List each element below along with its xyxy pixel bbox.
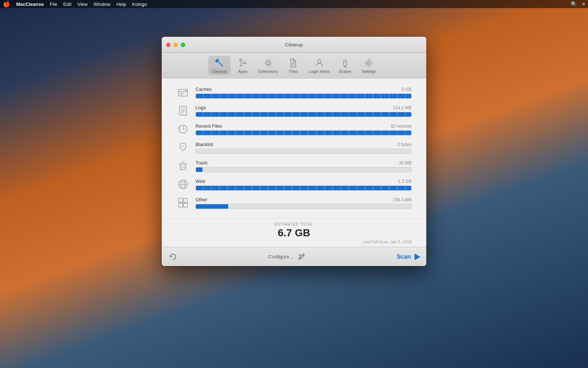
scan-item-logs: Logs 114.2 MB: [176, 104, 412, 117]
recent-files-icon: [176, 123, 190, 136]
menubar-window[interactable]: Window: [93, 1, 110, 7]
extensions-icon: [263, 57, 274, 68]
menubar-right: 🔍 ≡: [571, 1, 585, 7]
close-button[interactable]: [166, 43, 171, 47]
svg-rect-8: [179, 89, 187, 96]
svg-point-11: [185, 90, 186, 91]
window-title: Cleanup: [285, 42, 303, 47]
logs-header: Logs 114.2 MB: [196, 105, 412, 110]
web-progress: [196, 185, 412, 191]
recent-files-header: Recent Files 82 records: [196, 123, 412, 129]
tab-settings[interactable]: Settings: [358, 56, 380, 75]
eraser-icon: [340, 57, 351, 68]
svg-rect-9: [179, 89, 187, 92]
search-icon[interactable]: 🔍: [571, 1, 577, 7]
scan-item-trash: Trash 39 MB: [176, 159, 412, 173]
trash-name: Trash: [196, 160, 208, 166]
svg-point-7: [368, 62, 370, 64]
caches-header: Caches 5 GB: [196, 86, 412, 92]
files-label: Files: [289, 69, 298, 74]
web-size: 1.3 GB: [398, 179, 412, 184]
last-scan: Last Full Scan: Jan 5, 2016: [176, 240, 412, 244]
logs-icon: [176, 104, 190, 117]
svg-point-6: [345, 61, 346, 63]
menubar-view[interactable]: View: [78, 1, 88, 7]
blacklist-details: Blacklist 0 bytes: [196, 142, 412, 154]
menubar-maccleanse[interactable]: MacCleanse: [16, 1, 44, 7]
tab-files[interactable]: Files: [282, 56, 304, 75]
blacklist-name: Blacklist: [196, 142, 213, 147]
caches-name: Caches: [196, 86, 212, 92]
scan-item-blacklist: Blacklist 0 bytes: [176, 141, 412, 154]
login-items-label: Login Items: [309, 69, 330, 74]
svg-point-2: [266, 61, 270, 65]
logs-details: Logs 114.2 MB: [196, 105, 412, 117]
scan-item-other: Other 156.3 MB: [176, 196, 412, 209]
apps-icon: [237, 57, 248, 68]
other-details: Other 156.3 MB: [196, 197, 412, 209]
trash-icon: [176, 159, 190, 173]
bottom-left: [168, 251, 179, 262]
apps-label: Apps: [238, 69, 247, 74]
scan-item-web: Web 1.3 GB: [176, 178, 412, 191]
settings-label: Settings: [361, 69, 376, 74]
login-items-icon: [314, 57, 325, 68]
svg-rect-32: [183, 198, 187, 202]
svg-point-0: [240, 59, 242, 61]
apple-menu[interactable]: 🍎: [3, 1, 10, 8]
cleanup-label: Cleanup: [212, 69, 227, 74]
recent-files-details: Recent Files 82 records: [196, 123, 412, 135]
recent-files-name: Recent Files: [196, 123, 222, 129]
total-value: 6.7 GB: [176, 227, 412, 239]
svg-point-5: [318, 60, 321, 63]
recent-files-size: 82 records: [391, 124, 412, 129]
app-window: Cleanup Cleanup Apps: [162, 37, 426, 266]
tab-apps[interactable]: Apps: [232, 56, 254, 75]
trash-size: 39 MB: [399, 160, 412, 166]
list-icon[interactable]: ≡: [582, 1, 585, 7]
scan-button[interactable]: Scan: [397, 254, 411, 260]
reset-button[interactable]: [168, 251, 179, 262]
other-name: Other: [196, 197, 208, 202]
bottom-right: Scan: [397, 254, 420, 260]
trash-details: Trash 39 MB: [196, 160, 412, 172]
bottom-center: Configure...: [179, 251, 397, 262]
menubar-help[interactable]: Help: [116, 1, 126, 7]
configure-button[interactable]: Configure...: [268, 254, 293, 259]
svg-rect-14: [179, 106, 187, 115]
trash-progress: [196, 167, 412, 172]
tab-cleanup[interactable]: Cleanup: [208, 56, 230, 75]
svg-rect-31: [179, 198, 183, 202]
web-details: Web 1.3 GB: [196, 178, 412, 191]
scan-content: Caches 5 GB Logs: [162, 78, 426, 218]
total-section: ESTIMATED TOTAL 6.7 GB Last Full Scan: J…: [162, 218, 426, 247]
tab-extensions[interactable]: Extensions: [255, 56, 281, 75]
trash-header: Trash 39 MB: [196, 160, 412, 166]
scan-item-recent-files: Recent Files 82 records: [176, 123, 412, 136]
other-size: 156.3 MB: [393, 197, 412, 202]
tab-eraser[interactable]: Eraser: [334, 56, 356, 75]
titlebar: Cleanup: [162, 37, 426, 53]
caches-details: Caches 5 GB: [196, 86, 412, 99]
svg-rect-33: [179, 203, 183, 207]
minimize-button[interactable]: [173, 43, 178, 47]
blacklist-progress: [196, 149, 412, 154]
scan-item-caches: Caches 5 GB: [176, 86, 412, 99]
other-header: Other 156.3 MB: [196, 197, 412, 202]
other-icon: [176, 196, 190, 209]
logs-name: Logs: [196, 105, 206, 110]
tools-icon[interactable]: [296, 251, 307, 262]
play-button[interactable]: [414, 254, 420, 260]
caches-progress: [196, 93, 412, 99]
files-icon: [288, 57, 299, 68]
menubar-edit[interactable]: Edit: [63, 1, 71, 7]
menubar-file[interactable]: File: [50, 1, 57, 7]
logs-size: 114.2 MB: [393, 105, 412, 110]
svg-rect-34: [183, 203, 187, 207]
estimated-label: ESTIMATED TOTAL: [176, 222, 412, 226]
tab-login-items[interactable]: Login Items: [306, 56, 333, 75]
extensions-label: Extensions: [258, 69, 278, 74]
menubar-koingo[interactable]: Koingo: [132, 1, 147, 7]
logs-progress: [196, 112, 412, 117]
maximize-button[interactable]: [181, 43, 185, 47]
